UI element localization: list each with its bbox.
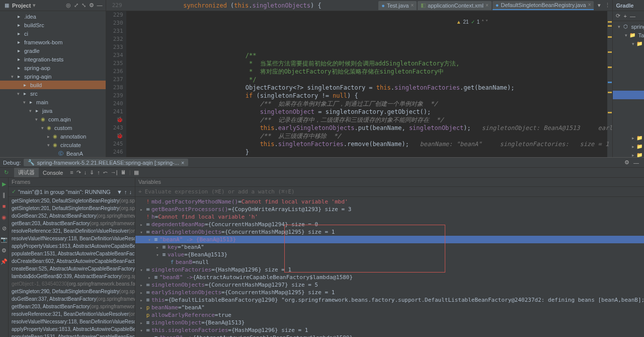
- frame-row[interactable]: resolveValueIfNecessary:118, BeanDefinit…: [9, 235, 135, 242]
- file-tabs[interactable]: ●Test.java×◧applicationContext.xml×●Defa…: [378, 1, 596, 10]
- frame-row[interactable]: doGetBean:337, AbstractBeanFactory (org.…: [9, 295, 135, 303]
- frame-row[interactable]: getObject:-1, 634540230 (org.springframe…: [9, 280, 135, 288]
- filter-icon[interactable]: ▼: [117, 189, 122, 195]
- frame-row[interactable]: resolveReference:321, BeanDefinitionValu…: [9, 310, 135, 318]
- tree-item[interactable]: ▾▸java: [0, 106, 106, 115]
- pin-icon[interactable]: 📌: [0, 257, 8, 265]
- frame-row[interactable]: populateBean:1531, AbstractAutowireCapab…: [9, 333, 135, 337]
- frames-list[interactable]: getSingleton:250, DefaultSingletonBeanRe…: [9, 197, 135, 337]
- chevron-down-icon[interactable]: ▾: [33, 2, 36, 9]
- gradle-item[interactable]: ⚙build: [613, 56, 644, 65]
- prev-icon[interactable]: ↑: [124, 189, 127, 195]
- variable-row[interactable]: !h = Cannot find local variable 'h': [135, 213, 644, 221]
- gradle-item[interactable]: ▸📁build setup: [613, 133, 644, 142]
- gradle-item[interactable]: ⚙testFixturesJar: [613, 125, 644, 133]
- tree-item[interactable]: ▸build: [0, 81, 106, 89]
- settings-icon[interactable]: ⚙: [89, 2, 94, 9]
- debug-session-tab[interactable]: 🔧 spring-framework-5.2.21.RELEASE:spring…: [24, 159, 188, 166]
- gradle-item[interactable]: ▸📁distribution: [613, 142, 644, 151]
- frame-row[interactable]: getBean:203, AbstractBeanFactory (org.sp…: [9, 220, 135, 227]
- gradle-item[interactable]: ⚙classes: [613, 82, 644, 91]
- gradle-item[interactable]: ⚙testFixturesClasses: [613, 116, 644, 125]
- force-step-into-icon[interactable]: ⇓: [90, 169, 94, 176]
- refresh-icon[interactable]: ⟳: [616, 13, 620, 19]
- code-editor[interactable]: /** * 当某些方法需要提前初始化的时候则会调用addSingletonFac…: [126, 11, 613, 157]
- tree-item[interactable]: ▾◉custom: [0, 123, 106, 132]
- tree-item[interactable]: ▾▸spring-aqin: [0, 72, 106, 81]
- locate-icon[interactable]: ◎: [66, 2, 71, 9]
- variable-row[interactable]: ▾≡"beanA" -> {BeanA@1513}: [135, 236, 644, 243]
- detach-icon[interactable]: —: [630, 13, 635, 19]
- gradle-item[interactable]: ▾⬡spring: [613, 22, 644, 31]
- gradle-item[interactable]: ⚙testClasses: [613, 108, 644, 116]
- evaluate-icon[interactable]: 🖩: [121, 169, 126, 176]
- close-icon[interactable]: ×: [181, 160, 184, 166]
- gradle-item[interactable]: ⚙buildDependents: [613, 65, 644, 74]
- variable-row[interactable]: ▸≡"beanB" -> {AbstractAutowireCapableBea…: [135, 274, 644, 281]
- frame-row[interactable]: getSingleton:250, DefaultSingletonBeanRe…: [9, 197, 135, 205]
- tree-item[interactable]: ▸buildSrc: [0, 21, 106, 29]
- variable-row[interactable]: !mbd.getFactoryMethodName() = Cannot fin…: [135, 198, 644, 206]
- collapse-all-icon[interactable]: ⤡: [82, 2, 86, 9]
- file-tab[interactable]: ●DefaultSingletonBeanRegistry.java×: [493, 1, 594, 10]
- gradle-item[interactable]: ⚙jar: [613, 99, 644, 108]
- tree-item[interactable]: ▸spring-aop: [0, 63, 106, 72]
- gradle-item[interactable]: ⚙assemble: [613, 48, 644, 56]
- variable-row[interactable]: ▸≡key = "beanA": [135, 243, 644, 251]
- tree-item[interactable]: ▸ci: [0, 29, 106, 38]
- variable-row[interactable]: ▾≡value = {BeanA@1513}: [135, 251, 644, 258]
- project-tree[interactable]: ▸.idea▸buildSrc▸ci▸framework-bom▸gradle▸…: [0, 11, 106, 157]
- variable-row[interactable]: ▸≡"beanB" -> {AbstractAutowireCapableBea…: [135, 334, 644, 337]
- trace-icon[interactable]: ▦: [134, 169, 139, 176]
- tree-item[interactable]: ▾◉circulate: [0, 141, 106, 149]
- frame-row[interactable]: doGetBean:252, AbstractBeanFactory (org.…: [9, 212, 135, 220]
- tree-item[interactable]: ▾▸src: [0, 89, 106, 98]
- file-tab[interactable]: ●Test.java×: [378, 1, 417, 10]
- step-over-icon[interactable]: ↷: [76, 169, 81, 176]
- variable-row[interactable]: ▸∞dependentBeanMap = {ConcurrentHashMap@…: [135, 221, 644, 228]
- show-execution-point-icon[interactable]: ≡: [70, 169, 73, 176]
- variable-row[interactable]: ▸pbeanName = "beanA": [135, 304, 644, 311]
- frame-row[interactable]: getSingleton:290, DefaultSingletonBeanRe…: [9, 288, 135, 295]
- stop-icon[interactable]: ■: [0, 202, 8, 210]
- variables-tree[interactable]: !mbd.getFactoryMethodName() = Cannot fin…: [135, 197, 644, 337]
- settings-icon[interactable]: ⚙: [0, 246, 8, 254]
- variable-row[interactable]: ▸≡this = {DefaultListableBeanFactory@129…: [135, 296, 644, 304]
- next-icon[interactable]: ↓: [129, 189, 132, 195]
- hide-icon[interactable]: —: [631, 160, 641, 166]
- mute-breakpoints-icon[interactable]: ⊘: [0, 224, 8, 232]
- tree-item[interactable]: ▾▸main: [0, 98, 106, 106]
- frame-row[interactable]: resolveReference:321, BeanDefinitionValu…: [9, 227, 135, 235]
- tree-item[interactable]: ⒸBeanA: [0, 149, 106, 157]
- variable-row[interactable]: fbeanB = null: [135, 258, 644, 266]
- resume-icon[interactable]: ▶: [0, 180, 8, 188]
- tree-item[interactable]: ▸framework-bom: [0, 38, 106, 46]
- frame-row[interactable]: applyPropertyValues:1813, AbstractAutowi…: [9, 325, 135, 333]
- variable-row[interactable]: pallowEarlyReference = true: [135, 311, 644, 319]
- drop-frame-icon[interactable]: ⤺: [103, 169, 108, 176]
- view-breakpoints-icon[interactable]: ◉: [0, 213, 8, 221]
- frame-row[interactable]: getBean:203, AbstractBeanFactory (org.sp…: [9, 303, 135, 310]
- frame-row[interactable]: createBean:525, AbstractAutowireCapableB…: [9, 265, 135, 273]
- gradle-item[interactable]: ⚙clean: [613, 91, 644, 99]
- tree-item[interactable]: ▸gradle: [0, 46, 106, 55]
- more-icon[interactable]: ⋮: [603, 2, 612, 9]
- settings-icon[interactable]: ⚙: [622, 159, 631, 166]
- tree-item[interactable]: ▸◉annotation: [0, 132, 106, 141]
- add-icon[interactable]: +: [623, 13, 626, 19]
- file-tab[interactable]: ◧applicationContext.xml×: [418, 1, 492, 10]
- gradle-tree[interactable]: ▾⬡spring▾📁Tasks▾📁build⚙assemble⚙build⚙bu…: [613, 21, 644, 157]
- frame-row[interactable]: getSingleton:201, DefaultSingletonBeanRe…: [9, 205, 135, 212]
- step-out-icon[interactable]: ↑: [97, 169, 100, 176]
- gradle-item[interactable]: ⚙buildNeeded: [613, 74, 644, 82]
- hide-icon[interactable]: —: [97, 2, 103, 9]
- frame-row[interactable]: applyPropertyValues:1813, AbstractAutowi…: [9, 242, 135, 250]
- pause-icon[interactable]: ∥: [0, 191, 8, 199]
- step-into-icon[interactable]: ↓: [84, 169, 87, 176]
- variable-row[interactable]: ▾∞earlySingletonObjects = {ConcurrentHas…: [135, 228, 644, 236]
- variable-row[interactable]: ▾∞singletonFactories = {HashMap@1296} si…: [135, 266, 644, 274]
- tree-item[interactable]: ▾◉com.aqin: [0, 115, 106, 123]
- variable-row[interactable]: ▾∞this.singletonFactories = {HashMap@129…: [135, 326, 644, 334]
- frame-row[interactable]: lambda$doGetBean$0:339, AbstractBeanFact…: [9, 273, 135, 280]
- frame-row[interactable]: doCreateBean:602, AbstractAutowireCapabl…: [9, 257, 135, 265]
